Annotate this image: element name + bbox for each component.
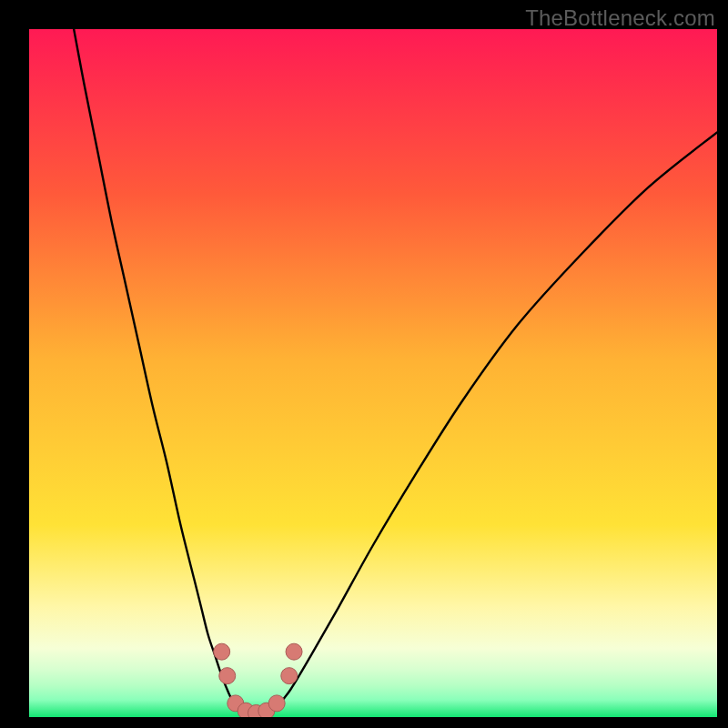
plot-area xyxy=(29,29,717,717)
trough-marker xyxy=(219,668,236,684)
trough-marker xyxy=(268,695,285,712)
gradient-background xyxy=(29,29,717,717)
chart-frame: TheBottleneck.com xyxy=(0,0,728,728)
trough-marker xyxy=(286,643,302,660)
watermark-text: TheBottleneck.com xyxy=(525,5,715,31)
trough-marker xyxy=(214,643,230,660)
trough-marker xyxy=(281,668,298,684)
bottleneck-curve-chart xyxy=(29,29,717,717)
